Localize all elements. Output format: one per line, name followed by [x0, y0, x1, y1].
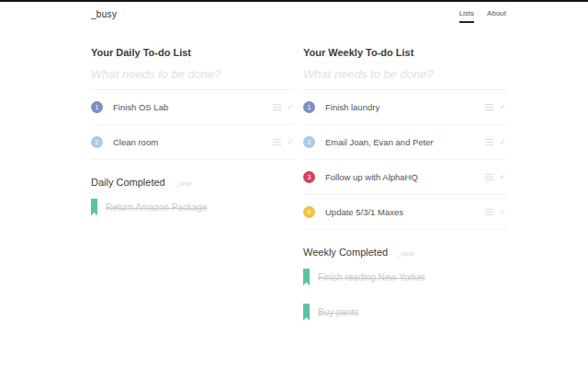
todo-row[interactable]: 1 Finish laundry ✓ — [303, 90, 506, 125]
completed-row[interactable]: Return Amazon Package — [91, 190, 294, 224]
clear-completed-button[interactable]: _clear — [397, 250, 414, 257]
edit-menu-icon[interactable] — [485, 139, 493, 145]
new-todo-input[interactable] — [303, 58, 506, 90]
completed-row[interactable]: Finish reading New Yorker — [303, 259, 506, 294]
check-icon[interactable]: ✓ — [287, 138, 294, 146]
todo-row-actions: ✓ — [485, 208, 506, 216]
check-icon[interactable]: ✓ — [499, 138, 506, 146]
nav-item-lists[interactable]: Lists — [459, 9, 474, 23]
todo-number-badge: 1 — [91, 101, 103, 113]
clear-completed-button[interactable]: _clear — [175, 180, 192, 187]
todo-row[interactable]: 4 Update 5/3/1 Maxes ✓ — [303, 195, 506, 230]
completed-row[interactable]: Buy pants — [303, 294, 506, 329]
todo-row[interactable]: 1 Finish OS Lab ✓ — [91, 90, 294, 125]
todo-list: 1 Finish laundry ✓ 2 Email Joan, Evan an… — [303, 90, 506, 230]
check-icon[interactable]: ✓ — [499, 103, 506, 111]
todo-label: Follow up with AlphaHQ — [325, 172, 485, 182]
todo-row-actions: ✓ — [273, 103, 294, 111]
top-header: _busy Lists About — [91, 9, 506, 31]
edit-menu-icon[interactable] — [273, 139, 281, 145]
todo-label: Clean room — [113, 137, 273, 147]
column-title: Your Weekly To-do List — [303, 47, 506, 58]
check-icon[interactable]: ✓ — [499, 173, 506, 181]
completed-ribbon-icon — [91, 199, 97, 216]
app-logo[interactable]: _busy — [91, 9, 117, 19]
todo-number-badge: 1 — [303, 101, 315, 113]
todo-row-actions: ✓ — [485, 138, 506, 146]
todo-label: Finish OS Lab — [113, 102, 273, 112]
todo-column: Your Weekly To-do List 1 Finish laundry … — [303, 31, 506, 329]
todo-label: Update 5/3/1 Maxes — [325, 207, 485, 217]
completed-title: Weekly Completed — [303, 247, 388, 258]
completed-list: Return Amazon Package — [91, 190, 294, 224]
page-container: _busy Lists About Your Daily To-do List … — [91, 2, 506, 329]
nav-item-about[interactable]: About — [487, 9, 506, 23]
column-title: Your Daily To-do List — [91, 47, 294, 58]
todo-columns: Your Daily To-do List 1 Finish OS Lab ✓ … — [91, 31, 506, 329]
top-nav: Lists About — [459, 9, 506, 23]
edit-menu-icon[interactable] — [273, 104, 281, 110]
completed-title: Daily Completed — [91, 177, 165, 188]
edit-menu-icon[interactable] — [485, 209, 493, 215]
completed-list: Finish reading New Yorker Buy pants — [303, 259, 506, 329]
completed-label: Return Amazon Package — [106, 202, 208, 213]
todo-number-badge: 2 — [91, 136, 103, 148]
todo-row-actions: ✓ — [485, 103, 506, 111]
todo-list: 1 Finish OS Lab ✓ 2 Clean room ✓ — [91, 90, 294, 160]
todo-row-actions: ✓ — [485, 173, 506, 181]
todo-row-actions: ✓ — [273, 138, 294, 146]
check-icon[interactable]: ✓ — [499, 208, 506, 216]
completed-header: Weekly Completed _clear — [303, 247, 506, 259]
todo-row[interactable]: 2 Clean room ✓ — [91, 125, 294, 160]
todo-number-badge: 2 — [303, 136, 315, 148]
check-icon[interactable]: ✓ — [287, 103, 294, 111]
todo-label: Finish laundry — [325, 102, 485, 112]
todo-row[interactable]: 2 Email Joan, Evan and Peter ✓ — [303, 125, 506, 160]
todo-label: Email Joan, Evan and Peter — [325, 137, 485, 147]
completed-label: Finish reading New Yorker — [318, 272, 425, 282]
todo-column: Your Daily To-do List 1 Finish OS Lab ✓ … — [91, 31, 294, 224]
edit-menu-icon[interactable] — [485, 174, 493, 180]
todo-number-badge: 4 — [303, 206, 315, 218]
todo-number-badge: 3 — [303, 171, 315, 183]
new-todo-input[interactable] — [91, 58, 294, 90]
completed-label: Buy pants — [318, 307, 358, 317]
completed-ribbon-icon — [303, 269, 310, 286]
completed-header: Daily Completed _clear — [91, 177, 294, 190]
todo-row[interactable]: 3 Follow up with AlphaHQ ✓ — [303, 160, 506, 195]
edit-menu-icon[interactable] — [485, 104, 493, 110]
completed-ribbon-icon — [303, 304, 310, 321]
